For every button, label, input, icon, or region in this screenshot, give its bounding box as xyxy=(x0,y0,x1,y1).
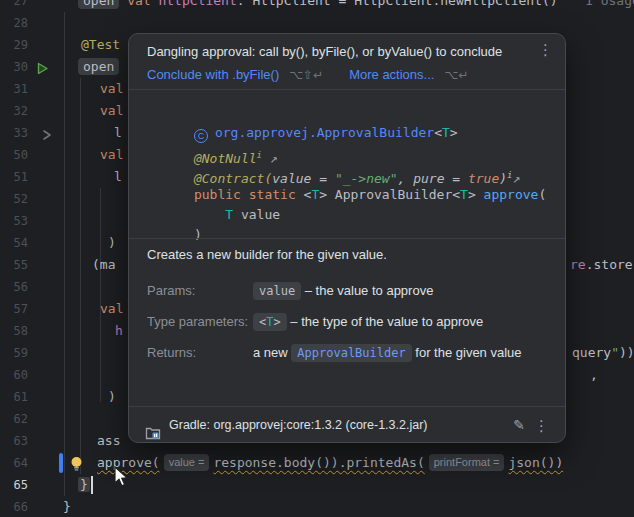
code-fragment: l xyxy=(114,166,122,188)
more-actions-link[interactable]: More actions... xyxy=(349,67,434,82)
shortcut-hint: ⌥↵ xyxy=(444,68,468,82)
warning-message: Dangling approval: call by(), byFile(), … xyxy=(147,44,502,59)
code-fragment: 1 Usage xyxy=(585,0,634,12)
code-fragment: } xyxy=(63,496,71,517)
code-fragment: re.store xyxy=(570,254,633,276)
popup-more-icon[interactable]: ⋮ xyxy=(538,41,553,59)
code-fragment: val xyxy=(100,144,123,166)
code-text: query xyxy=(572,345,611,360)
code-text: : HttpClient = HttpClient.newHttpClient(… xyxy=(237,0,558,8)
code-text: 1 Usage xyxy=(585,0,634,8)
code-text: l xyxy=(114,169,122,184)
mouse-cursor xyxy=(114,466,130,492)
line-number: 52 xyxy=(0,188,28,210)
doc-params-row: Params:value – the value to approve xyxy=(147,280,433,302)
line-number: 66 xyxy=(0,496,28,517)
code-fragment: ) xyxy=(108,386,116,408)
editor-line-28[interactable]: 28 xyxy=(0,12,634,34)
code-fragment: ) xyxy=(108,232,116,254)
line-number: 53 xyxy=(0,210,28,232)
conclude-with-byfile-link[interactable]: Conclude with .byFile() xyxy=(147,67,279,82)
library-icon xyxy=(145,418,161,455)
line-number: 27 xyxy=(0,0,28,12)
library-coordinates: Gradle: org.approvej:core:1.3.2 (core-1.… xyxy=(169,407,427,444)
footer-more-icon[interactable]: ⋮ xyxy=(534,407,549,444)
code-fragment: ass xyxy=(97,430,120,452)
code-fragment: , xyxy=(590,364,598,386)
line-number: 62 xyxy=(0,408,28,430)
warning-actions: Conclude with .byFile()⌥⇧↵More actions..… xyxy=(147,67,468,82)
inlay-parameter-hint: printFormat = xyxy=(429,454,505,471)
line-number: 57 xyxy=(0,298,28,320)
doc-footer: Gradle: org.approvej:core:1.3.2 (core-1.… xyxy=(129,406,565,443)
code-text: val xyxy=(127,0,158,8)
line-number: 59 xyxy=(0,342,28,364)
code-text: open xyxy=(78,58,119,75)
code-text: val xyxy=(100,301,123,316)
doc-class-line: Corg.approvej.ApprovalBuilder<T> xyxy=(147,100,546,125)
edit-icon[interactable]: ✎ xyxy=(513,407,525,444)
line-number: 61 xyxy=(0,386,28,408)
inlay-parameter-hint: value = xyxy=(164,454,210,471)
documentation-popup: Dangling approval: call by(), byFile(), … xyxy=(128,33,566,443)
code-fragment: l xyxy=(114,122,122,144)
class-reference[interactable]: org.approvej.ApprovalBuilder xyxy=(215,125,434,140)
code-fragment: approve(value =response.body()).printedA… xyxy=(97,452,563,474)
doc-returns-row: Returns:a new ApprovalBuilder for the gi… xyxy=(147,342,522,364)
line-number: 63 xyxy=(0,430,28,452)
class-icon: C xyxy=(194,129,208,143)
editor-line-64[interactable]: 64approve(value =response.body()).printe… xyxy=(0,452,634,474)
line-number: 33 xyxy=(0,122,28,144)
line-number: 54 xyxy=(0,232,28,254)
code-text: ) xyxy=(108,389,116,404)
line-number: 28 xyxy=(0,12,28,34)
shortcut-hint: ⌥⇧↵ xyxy=(289,68,323,82)
code-fragment: @Test xyxy=(81,34,120,56)
code-text: .store xyxy=(586,257,633,272)
editor-line-27[interactable]: 27open val httpClient: HttpClient = Http… xyxy=(0,0,634,12)
text-caret xyxy=(91,476,93,494)
line-number: 31 xyxy=(0,78,28,100)
line-number: 58 xyxy=(0,320,28,342)
code-text: (ma xyxy=(92,257,115,272)
code-text: val xyxy=(100,81,123,96)
editor-line-65[interactable]: 65} xyxy=(0,474,634,496)
doc-typeparams-row: Type parameters:<T> – the type of the va… xyxy=(147,311,483,333)
line-number: 64 xyxy=(0,452,28,474)
code-text: open xyxy=(78,0,119,9)
line-number: 65 xyxy=(0,474,28,496)
code-fragment: val xyxy=(100,298,123,320)
code-fragment: (ma xyxy=(92,254,115,276)
code-fragment: query")) xyxy=(572,342,634,364)
doc-description: Creates a new builder for the given valu… xyxy=(147,247,387,262)
code-text xyxy=(119,0,127,8)
code-fragment: open val httpClient: HttpClient = HttpCl… xyxy=(78,0,558,12)
code-text: h xyxy=(115,323,123,338)
separator xyxy=(129,89,565,90)
code-text: @Test xyxy=(81,37,120,52)
code-text: ) xyxy=(108,235,116,250)
line-number: 51 xyxy=(0,166,28,188)
line-number: 56 xyxy=(0,276,28,298)
code-text: json()) xyxy=(508,455,563,470)
line-number: 30 xyxy=(0,56,28,78)
code-text: } xyxy=(63,499,71,514)
code-text: val xyxy=(100,147,123,162)
vcs-change-marker xyxy=(59,453,63,473)
code-fragment: } xyxy=(78,474,90,496)
code-fragment: h xyxy=(115,320,123,342)
line-number: 32 xyxy=(0,100,28,122)
code-text: , xyxy=(590,367,598,382)
code-fragment: val xyxy=(100,78,123,100)
line-number: 55 xyxy=(0,254,28,276)
code-text: ass xyxy=(97,433,120,448)
separator xyxy=(129,238,565,239)
returns-chip[interactable]: ApprovalBuilder xyxy=(291,344,411,362)
typeparam-chip: <T> xyxy=(253,313,287,331)
code-text: response.body()).printedAs( xyxy=(213,455,424,470)
doc-signature-block: Corg.approvej.ApprovalBuilder<T> @NotNul… xyxy=(147,100,546,225)
code-text: re xyxy=(570,257,586,272)
code-text: val xyxy=(100,103,123,118)
code-fragment: val xyxy=(100,100,123,122)
editor-line-66[interactable]: 66} xyxy=(0,496,634,517)
